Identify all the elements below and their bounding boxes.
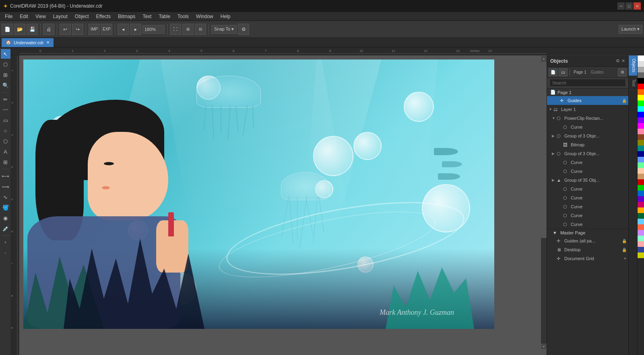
tree-group2[interactable]: ▶ ⬡ Group of 3 Obje...: [547, 149, 628, 158]
settings-btn[interactable]: ⚙: [238, 24, 249, 35]
scroll-down-button[interactable]: ▼: [541, 344, 547, 349]
fill-tool[interactable]: 🪣: [1, 203, 10, 212]
swatch-yellow2[interactable]: [638, 252, 644, 258]
view-mode-btn[interactable]: ⊟: [195, 24, 206, 35]
tree-powerclip[interactable]: ▼ ⬡ PowerClip Rectan...: [547, 114, 628, 123]
swatch-sky[interactable]: [638, 219, 644, 224]
swatch-pink[interactable]: [638, 129, 644, 134]
selection-tool[interactable]: ↖: [1, 49, 10, 59]
grid-view-btn[interactable]: ⊞: [182, 24, 194, 35]
tree-group35[interactable]: ▶ ▲ Group of 35 Obj...: [547, 176, 628, 185]
swatch-cyan[interactable]: [638, 106, 644, 112]
tree-guides-all[interactable]: ✛ Guides (all pa... 🔒: [547, 236, 628, 245]
import-button[interactable]: IMP: [89, 24, 100, 35]
polygon-tool[interactable]: ⬠: [1, 136, 10, 146]
blend-tool[interactable]: ∿: [1, 192, 10, 202]
tree-guides[interactable]: ✛ Guides 🔒: [547, 96, 628, 105]
file-tab[interactable]: 🏠 Underwater.cdr ✕: [2, 38, 54, 47]
rectangle-tool[interactable]: ▭: [1, 115, 10, 125]
undo-button[interactable]: ↩: [60, 24, 71, 35]
swatch-blue2[interactable]: [638, 191, 644, 196]
parallel-dim-tool[interactable]: ⟷: [1, 171, 10, 181]
tree-curve-3[interactable]: ⬡ Curve: [547, 167, 628, 176]
swatch-lt-green[interactable]: [638, 162, 644, 168]
tab-close-icon[interactable]: ✕: [46, 40, 50, 45]
tree-curve-7[interactable]: ⬡ Curve: [547, 211, 628, 220]
panel-gear-btn[interactable]: ⚙: [618, 68, 627, 76]
swatch-coral[interactable]: [638, 224, 644, 230]
tree-curve-2[interactable]: ⬡ Curve: [547, 158, 628, 167]
zoom-out-btn[interactable]: ◂: [118, 24, 129, 35]
maximize-button[interactable]: □: [625, 2, 633, 10]
eyedropper-tool[interactable]: 💉: [1, 224, 10, 233]
connector-tool[interactable]: ⟿: [1, 182, 10, 191]
text-tool[interactable]: A: [1, 147, 10, 156]
zoom-input[interactable]: 180%: [142, 25, 165, 34]
panel-new-layer-btn[interactable]: 🗂: [559, 68, 568, 76]
shape-tool[interactable]: ⬡: [1, 60, 10, 69]
swatch-lime[interactable]: [638, 101, 644, 106]
table-tool[interactable]: ⊞: [1, 157, 10, 167]
menu-edit[interactable]: Edit: [17, 13, 31, 20]
scroll-thumb-v[interactable]: [541, 62, 547, 238]
menu-layout[interactable]: Layout: [50, 13, 71, 20]
swatch-lt-blue[interactable]: [638, 157, 644, 162]
tab-objects[interactable]: Objects: [629, 55, 638, 76]
tree-group1[interactable]: ▶ ⬡ Group of 3 Obje...: [547, 131, 628, 140]
save-button[interactable]: 💾: [27, 24, 38, 35]
swatch-black[interactable]: [638, 78, 644, 84]
open-button[interactable]: 📂: [14, 24, 25, 35]
launch-button[interactable]: Launch ▾: [619, 25, 642, 34]
canvas-area[interactable]: Mark Anthony J. Guzman ▲ ▼: [19, 55, 547, 355]
menu-tools[interactable]: Tools: [174, 13, 192, 20]
tree-layer1[interactable]: ▼ 🗂 Layer 1: [547, 105, 628, 114]
menu-help[interactable]: Help: [217, 13, 234, 20]
smartdraw-tool[interactable]: 〰: [1, 105, 10, 115]
swatch-mint[interactable]: [638, 236, 644, 241]
tree-curve-4[interactable]: ⬡ Curve: [547, 185, 628, 193]
snap-to-button[interactable]: Snap To ▾: [211, 25, 237, 34]
menu-text[interactable]: Text: [139, 13, 155, 20]
tab-text[interactable]: Text: [629, 76, 638, 90]
export-button[interactable]: EXP: [101, 24, 112, 35]
scrollbar-vertical[interactable]: ▲ ▼: [541, 55, 547, 349]
swatch-forest[interactable]: [638, 213, 644, 219]
panel-settings-btn[interactable]: ⚙: [616, 58, 620, 64]
tree-curve-6[interactable]: ⬡ Curve: [547, 202, 628, 211]
search-input[interactable]: [549, 79, 626, 87]
close-button[interactable]: ✕: [634, 2, 641, 10]
swatch-white[interactable]: [638, 55, 644, 61]
add-node-btn[interactable]: +: [1, 238, 10, 247]
swatch-navy[interactable]: [638, 151, 644, 157]
swatch-violet[interactable]: [638, 196, 644, 202]
panel-close-btn[interactable]: ✕: [621, 58, 625, 64]
menu-bitmaps[interactable]: Bitmaps: [115, 13, 138, 20]
swatch-gold[interactable]: [638, 207, 644, 213]
swatch-tan[interactable]: [638, 174, 644, 179]
swatch-red[interactable]: [638, 84, 644, 89]
tree-curve-8[interactable]: ⬡ Curve: [547, 220, 628, 229]
print-button[interactable]: 🖨: [43, 24, 54, 35]
guides-tab[interactable]: Guides: [589, 70, 605, 74]
swatch-peach[interactable]: [638, 168, 644, 174]
smart-fill-tool[interactable]: ◉: [1, 213, 10, 223]
swatch-blue[interactable]: [638, 112, 644, 117]
swatch-salmon[interactable]: [638, 241, 644, 247]
tree-bitmap[interactable]: 🖼 Bitmap: [547, 140, 628, 149]
swatch-brown[interactable]: [638, 134, 644, 140]
tree-docgrid[interactable]: ✛ Document Grid ✦: [547, 254, 628, 263]
swatch-gray[interactable]: [638, 67, 644, 72]
ellipse-tool[interactable]: ○: [1, 126, 10, 135]
minimize-button[interactable]: ─: [617, 2, 625, 10]
tree-curve-5[interactable]: ⬡ Curve: [547, 193, 628, 202]
crop-tool[interactable]: ⊞: [1, 70, 10, 80]
zoom-in-btn[interactable]: ▸: [130, 24, 141, 35]
swatch-rose[interactable]: [638, 202, 644, 207]
menu-view[interactable]: View: [32, 13, 49, 20]
swatch-ltgray[interactable]: [638, 61, 644, 67]
tree-desktop[interactable]: 🖥 Desktop 🔒: [547, 245, 628, 254]
swatch-indigo[interactable]: [638, 247, 644, 252]
swatch-orange[interactable]: [638, 89, 644, 95]
menu-file[interactable]: File: [2, 13, 16, 20]
swatch-green2[interactable]: [638, 185, 644, 191]
